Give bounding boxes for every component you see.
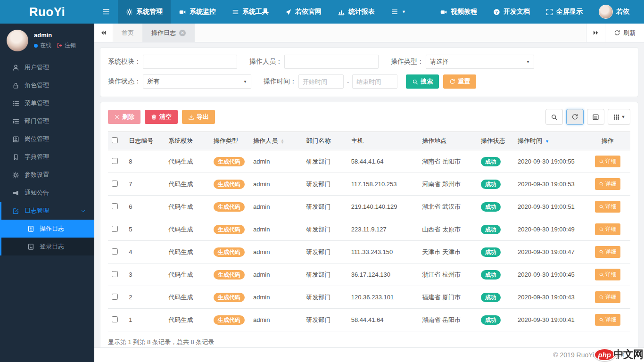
sidebar-item-menu-manage[interactable]: 菜单管理 [0,94,94,112]
tabs-scroll-left-button[interactable] [94,24,113,42]
cell-dept: 研发部门 [302,196,347,218]
table-body: 8 代码生成 生成代码 admin 研发部门 58.44.41.64 湖南省 岳… [108,150,630,331]
status-select[interactable]: 所有 ▼ [143,74,251,89]
detail-button[interactable]: 详细 [595,314,620,326]
cell-module: 代码生成 [165,263,209,286]
logout-link[interactable]: 注销 [57,41,76,49]
nav-more-dropdown[interactable]: ▼ [383,0,414,24]
cell-log-id: 1 [125,309,165,331]
id-card-icon [12,136,19,143]
row-checkbox[interactable] [112,316,118,322]
row-checkbox[interactable] [112,226,118,232]
table-search-toggle-button[interactable] [545,109,563,125]
header-dept: 部门名称 [302,132,347,150]
delete-button[interactable]: 删除 [108,110,140,124]
clear-button[interactable]: 清空 [145,110,178,124]
cell-location: 湖北省 武汉市 [418,196,477,218]
cell-time: 2020-09-30 19:00:51 [514,196,585,218]
table-detail-view-button[interactable] [587,109,604,125]
operator-label: 操作人员： [249,58,282,66]
nav-video-tutorial[interactable]: 视频教程 [432,0,485,24]
cell-status: 成功 [477,173,514,196]
sidebar-item-post-manage[interactable]: 岗位管理 [0,130,94,148]
nav-system-manage[interactable]: 系统管理 [118,0,171,24]
table-panel: 删除 清空 导出 [100,102,638,347]
export-button[interactable]: 导出 [182,110,215,124]
row-checkbox[interactable] [112,294,118,300]
sidebar-item-param-settings[interactable]: 参数设置 [0,166,94,184]
cell-host: 219.140.140.129 [347,196,419,218]
nav-dev-docs[interactable]: ? 开发文档 [485,0,538,24]
nav-fullscreen[interactable]: 全屏显示 [538,0,591,24]
sidebar-item-dept-manage[interactable]: 部门管理 [0,112,94,130]
nav-user-menu[interactable]: 若依 [591,0,637,24]
search-button[interactable]: 搜索 [406,74,439,89]
nav-system-monitor[interactable]: 系统监控 [171,0,224,24]
sidebar-item-notice[interactable]: 通知公告 [0,184,94,202]
cell-action: 详细 [585,150,630,173]
status-badge: 成功 [481,270,501,280]
table-row: 5 代码生成 生成代码 admin 研发部门 223.11.9.127 山西省 … [108,218,630,241]
start-time-input[interactable] [298,74,344,89]
nav-official-site[interactable]: 若依官网 [277,0,330,24]
row-checkbox[interactable] [112,271,118,277]
detail-button[interactable]: 详细 [595,223,620,235]
operator-input[interactable] [284,55,379,69]
brand-logo[interactable]: RuoYi [0,0,94,24]
sidebar-item-role-manage[interactable]: 角色管理 [0,76,94,94]
detail-button[interactable]: 详细 [595,246,620,258]
sidebar: admin 在线 注销 用户管理 角色管理 菜单管理 部门管理 [0,24,94,362]
cell-checkbox [108,196,125,218]
cell-checkbox [108,173,125,196]
end-time-input[interactable] [352,74,397,89]
table-columns-button[interactable]: ▼ [608,109,630,125]
sidebar-group-log-manage: 日志管理 操作日志 登录日志 [0,202,94,255]
sidebar-item-login-log[interactable]: 登录日志 [0,238,94,255]
tab-home[interactable]: 首页 [113,24,143,42]
row-checkbox[interactable] [112,248,118,255]
status-badge: 成功 [481,225,501,234]
reset-button[interactable]: 重置 [443,74,476,89]
tab-close-icon[interactable]: ✕ [179,30,186,36]
sidebar-toggle-button[interactable] [94,0,118,24]
cell-location: 湖南省 岳阳市 [418,150,477,173]
module-input[interactable] [143,55,237,69]
sidebar-item-user-manage[interactable]: 用户管理 [0,58,94,76]
header-host: 主机 [347,132,419,150]
row-checkbox[interactable] [112,203,118,209]
row-checkbox[interactable] [112,158,118,164]
type-select[interactable]: 请选择 ▼ [426,55,534,69]
detail-button[interactable]: 详细 [595,291,620,303]
sidebar-item-log-manage[interactable]: 日志管理 [0,202,94,220]
cell-status: 成功 [477,263,514,286]
detail-button[interactable]: 详细 [595,156,620,167]
cell-status: 成功 [477,309,514,331]
header-operator[interactable]: 操作人员▲▼ [249,132,302,150]
bars-icon [102,8,110,16]
cell-dept: 研发部门 [302,150,347,173]
select-all-checkbox[interactable] [112,137,118,143]
cell-module: 代码生成 [165,309,209,331]
nav-statistics-report[interactable]: 统计报表 [330,0,383,24]
cell-time: 2020-09-30 19:00:53 [514,173,585,196]
status-badge: 成功 [481,293,501,302]
detail-button[interactable]: 详细 [595,269,620,280]
tab-refresh-button[interactable]: 刷新 [605,24,644,42]
bars-icon [391,8,398,16]
header-time[interactable]: 操作时间▼ [514,132,585,150]
tab-operation-log[interactable]: 操作日志 ✕ [143,24,195,42]
sidebar-item-dict-manage[interactable]: 字典管理 [0,148,94,166]
status-badge: 成功 [481,247,501,257]
sidebar-item-operation-log[interactable]: 操作日志 [0,220,94,238]
cell-action: 详细 [585,218,630,241]
detail-button[interactable]: 详细 [595,201,620,213]
user-avatar[interactable] [7,30,28,51]
tab-bar: 首页 操作日志 ✕ 刷新 [94,24,644,42]
tabs-scroll-right-button[interactable] [586,24,605,42]
table-refresh-button[interactable] [566,109,584,125]
detail-button[interactable]: 详细 [595,178,620,190]
row-checkbox[interactable] [112,181,118,187]
nav-system-tools[interactable]: 系统工具 [224,0,277,24]
user-name: admin [34,32,76,39]
search-icon [599,227,604,232]
